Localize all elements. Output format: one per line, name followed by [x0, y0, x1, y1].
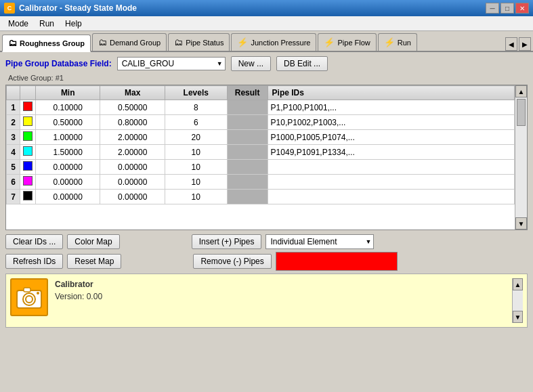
svg-point-4 — [37, 292, 39, 295]
row-levels[interactable]: 10 — [165, 145, 227, 160]
row-min[interactable]: 0.00000 — [36, 175, 100, 190]
info-scroll-down[interactable]: ▼ — [513, 311, 523, 323]
clear-ids-button[interactable]: Clear IDs ... — [5, 234, 63, 249]
row-levels[interactable]: 6 — [165, 115, 227, 130]
row-min[interactable]: 0.50000 — [36, 115, 100, 130]
row-max[interactable]: 0.50000 — [100, 100, 165, 115]
table-inner[interactable]: Min Max Levels Result Pipe IDs 1 0.10000… — [6, 85, 515, 230]
row-max[interactable]: 2.00000 — [100, 145, 165, 160]
row-min[interactable]: 1.00000 — [36, 130, 100, 145]
col-header-min: Min — [36, 86, 100, 100]
row-max[interactable]: 0.00000 — [100, 175, 165, 190]
run-icon: ⚡ — [384, 37, 395, 47]
row-min[interactable]: 0.10000 — [36, 100, 100, 115]
info-scroll-track — [513, 290, 523, 311]
reset-map-button[interactable]: Reset Map — [67, 254, 121, 269]
color-swatch — [20, 130, 36, 145]
tab-pipe-flow[interactable]: ⚡ Pipe Flow — [318, 33, 376, 51]
camera-svg-icon — [14, 284, 44, 311]
row-pipe-ids: P1049,P1091,P1334,... — [268, 145, 514, 160]
row-num: 7 — [7, 190, 20, 204]
tab-bar: 🗂 Roughness Group 🗂 Demand Group 🗂 Pipe … — [0, 31, 533, 52]
scroll-up-btn[interactable]: ▲ — [515, 85, 527, 97]
insert-pipes-button[interactable]: Insert (+) Pipes — [192, 234, 262, 249]
maximize-button[interactable]: □ — [500, 3, 514, 14]
remove-pipes-button[interactable]: Remove (-) Pipes — [193, 254, 271, 269]
db-field-label: Pipe Group Database Field: — [5, 59, 112, 68]
row-min[interactable]: 0.00000 — [36, 160, 100, 175]
row-levels[interactable]: 20 — [165, 130, 227, 145]
app-name-label: Calibrator — [55, 280, 93, 289]
color-map-button[interactable]: Color Map — [67, 234, 119, 249]
info-scroll-up[interactable]: ▲ — [513, 278, 523, 290]
row-pipe-ids — [268, 175, 514, 190]
row-levels[interactable]: 8 — [165, 100, 227, 115]
row-pipe-ids: P10,P1002,P1003,... — [268, 115, 514, 130]
row-max[interactable]: 0.80000 — [100, 115, 165, 130]
col-header-color — [20, 86, 36, 100]
row-num: 1 — [7, 100, 20, 115]
info-scroll-area: Calibrator Version: 0.00 ▲ ▼ — [55, 278, 523, 323]
new-button[interactable]: New ... — [231, 56, 271, 71]
tab-scroll-left[interactable]: ◀ — [505, 37, 517, 51]
row-result — [227, 190, 268, 204]
row-num: 4 — [7, 145, 20, 160]
close-button[interactable]: ✕ — [515, 3, 529, 14]
tab-pipe-status[interactable]: 🗂 Pipe Status — [168, 33, 230, 51]
main-content: Pipe Group Database Field: CALIB_GROU Ne… — [0, 52, 533, 332]
row-num: 5 — [7, 160, 20, 175]
demand-group-icon: 🗂 — [98, 37, 107, 47]
table-row[interactable]: 5 0.00000 0.00000 10 — [7, 160, 515, 175]
pipe-status-icon: 🗂 — [174, 37, 183, 47]
scroll-thumb[interactable] — [517, 99, 526, 126]
table-row[interactable]: 1 0.10000 0.50000 8 P1,P100,P1001,... — [7, 100, 515, 115]
menu-run[interactable]: Run — [34, 18, 60, 30]
col-header-max: Max — [100, 86, 165, 100]
row-min[interactable]: 0.00000 — [36, 190, 100, 204]
color-swatch — [20, 190, 36, 204]
color-swatch — [20, 160, 36, 175]
minimize-button[interactable]: ─ — [486, 3, 499, 14]
menu-bar: Mode Run Help — [0, 16, 533, 31]
table-row[interactable]: 6 0.00000 0.00000 10 — [7, 175, 515, 190]
color-swatch — [20, 145, 36, 160]
row-levels[interactable]: 10 — [165, 190, 227, 204]
version-label: Version: 0.00 — [55, 290, 512, 303]
table-row[interactable]: 7 0.00000 0.00000 10 — [7, 190, 515, 204]
row-pipe-ids: P1,P100,P1001,... — [268, 100, 514, 115]
window-title: Calibrator - Steady State Mode — [19, 3, 137, 13]
row-pipe-ids: P1000,P1005,P1074,... — [268, 130, 514, 145]
color-swatch — [20, 100, 36, 115]
row-pipe-ids — [268, 190, 514, 204]
element-dropdown[interactable]: Individual Element Group All — [265, 234, 374, 249]
db-field-select-wrapper: CALIB_GROU — [117, 57, 226, 70]
row-num: 2 — [7, 115, 20, 130]
row-max[interactable]: 0.00000 — [100, 190, 165, 204]
tab-demand-group[interactable]: 🗂 Demand Group — [92, 33, 167, 51]
row-max[interactable]: 2.00000 — [100, 130, 165, 145]
db-field-select[interactable]: CALIB_GROU — [117, 57, 226, 70]
table-row[interactable]: 4 1.50000 2.00000 10 P1049,P1091,P1334,.… — [7, 145, 515, 160]
scroll-down-btn[interactable]: ▼ — [515, 217, 527, 230]
row-max[interactable]: 0.00000 — [100, 160, 165, 175]
title-bar: C Calibrator - Steady State Mode ─ □ ✕ — [0, 0, 533, 16]
col-header-levels: Levels — [165, 86, 227, 100]
tab-roughness-group[interactable]: 🗂 Roughness Group — [2, 35, 91, 52]
tab-run[interactable]: ⚡ Run — [378, 33, 417, 51]
db-edit-button[interactable]: DB Edit ... — [276, 56, 328, 71]
col-header-result: Result — [227, 86, 268, 100]
row-levels[interactable]: 10 — [165, 175, 227, 190]
info-panel: Calibrator Version: 0.00 ▲ ▼ — [5, 274, 528, 328]
row-levels[interactable]: 10 — [165, 160, 227, 175]
refresh-ids-button[interactable]: Refresh IDs — [5, 254, 63, 269]
table-scrollbar: ▲ ▼ — [515, 85, 527, 230]
info-scrollbar: ▲ ▼ — [512, 278, 523, 323]
row-num: 6 — [7, 175, 20, 190]
tab-scroll-right[interactable]: ▶ — [519, 37, 531, 51]
menu-mode[interactable]: Mode — [3, 18, 34, 30]
tab-junction-pressure[interactable]: ⚡ Junction Pressure — [231, 33, 316, 51]
table-row[interactable]: 2 0.50000 0.80000 6 P10,P1002,P1003,... — [7, 115, 515, 130]
menu-help[interactable]: Help — [60, 18, 87, 30]
table-row[interactable]: 3 1.00000 2.00000 20 P1000,P1005,P1074,.… — [7, 130, 515, 145]
row-min[interactable]: 1.50000 — [36, 145, 100, 160]
